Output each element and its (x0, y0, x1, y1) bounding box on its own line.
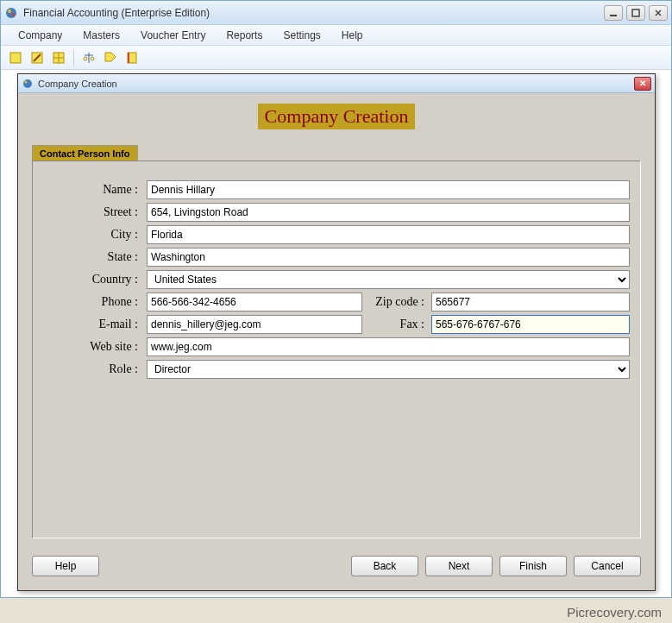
label-country: Country : (43, 273, 147, 286)
svg-point-0 (6, 8, 16, 18)
finish-button[interactable]: Finish (499, 556, 567, 576)
toolbar-edit-icon[interactable] (28, 48, 47, 67)
svg-point-15 (84, 57, 87, 60)
name-field[interactable] (147, 180, 630, 199)
toolbar-book-icon[interactable] (122, 48, 141, 67)
svg-point-20 (23, 79, 32, 88)
toolbar-grid-icon[interactable] (49, 48, 68, 67)
menubar: Company Masters Voucher Entry Reports Se… (1, 25, 671, 46)
street-field[interactable] (147, 203, 630, 222)
menu-company[interactable]: Company (8, 27, 72, 44)
dialog-titlebar: Company Creation ✕ (18, 74, 655, 93)
toolbar (1, 46, 671, 70)
dialog-heading: Company Creation (30, 104, 643, 129)
website-field[interactable] (147, 337, 630, 356)
zip-field[interactable] (431, 293, 630, 312)
menu-masters[interactable]: Masters (72, 27, 130, 44)
close-button[interactable] (649, 5, 668, 21)
toolbar-new-icon[interactable] (6, 48, 25, 67)
section-tab: Contact Person Info (32, 145, 138, 161)
label-zip: Zip code : (362, 295, 431, 309)
menu-voucher-entry[interactable]: Voucher Entry (130, 27, 216, 44)
dialog-heading-text: Company Creation (258, 104, 416, 129)
country-select[interactable]: United States (147, 270, 630, 289)
form-panel: Name : Street : City : State : Country :… (32, 160, 641, 538)
button-row: Help Back Next Finish Cancel (32, 556, 641, 576)
menu-help[interactable]: Help (331, 27, 374, 44)
label-city: City : (43, 228, 147, 242)
label-name: Name : (43, 183, 147, 197)
minimize-button[interactable] (604, 5, 623, 21)
main-titlebar: Financial Accounting (Enterprise Edition… (1, 1, 671, 25)
svg-point-1 (8, 9, 11, 13)
city-field[interactable] (147, 225, 630, 244)
email-field[interactable] (147, 315, 362, 334)
svg-marker-17 (105, 53, 116, 61)
svg-point-2 (11, 13, 15, 16)
label-fax: Fax : (362, 318, 431, 331)
watermark: Picrecovery.com (567, 605, 662, 620)
label-street: Street : (43, 205, 147, 219)
svg-rect-7 (10, 53, 21, 63)
svg-rect-3 (610, 15, 617, 16)
help-button[interactable]: Help (32, 556, 99, 576)
svg-rect-4 (632, 9, 639, 16)
label-email: E-mail : (43, 318, 147, 331)
svg-point-16 (91, 57, 94, 60)
next-button[interactable]: Next (425, 556, 493, 576)
menu-settings[interactable]: Settings (273, 27, 330, 44)
dialog-close-button[interactable]: ✕ (634, 77, 651, 91)
maximize-button[interactable] (626, 5, 645, 21)
label-phone: Phone : (43, 295, 147, 309)
back-button[interactable]: Back (351, 556, 418, 576)
app-icon (4, 6, 18, 20)
toolbar-tag-icon[interactable] (101, 48, 120, 67)
button-spacer (106, 556, 344, 576)
label-website: Web site : (43, 340, 147, 354)
label-role: Role : (43, 362, 147, 376)
role-select[interactable]: Director (147, 360, 630, 379)
state-field[interactable] (147, 248, 630, 267)
toolbar-separator (73, 49, 74, 66)
fax-field[interactable] (431, 315, 630, 334)
dialog-title: Company Creation (38, 79, 634, 89)
dialog-body: Company Creation Contact Person Info Nam… (18, 93, 655, 590)
svg-rect-19 (128, 53, 129, 63)
dialog-icon (22, 78, 34, 90)
toolbar-balance-icon[interactable] (79, 48, 98, 67)
cancel-button[interactable]: Cancel (574, 556, 641, 576)
phone-field[interactable] (147, 293, 362, 312)
app-title: Financial Accounting (Enterprise Edition… (23, 7, 604, 19)
window-controls (604, 5, 668, 21)
svg-point-21 (25, 80, 28, 83)
label-state: State : (43, 250, 147, 264)
menu-reports[interactable]: Reports (216, 27, 273, 44)
company-creation-dialog: Company Creation ✕ Company Creation Cont… (17, 73, 656, 591)
